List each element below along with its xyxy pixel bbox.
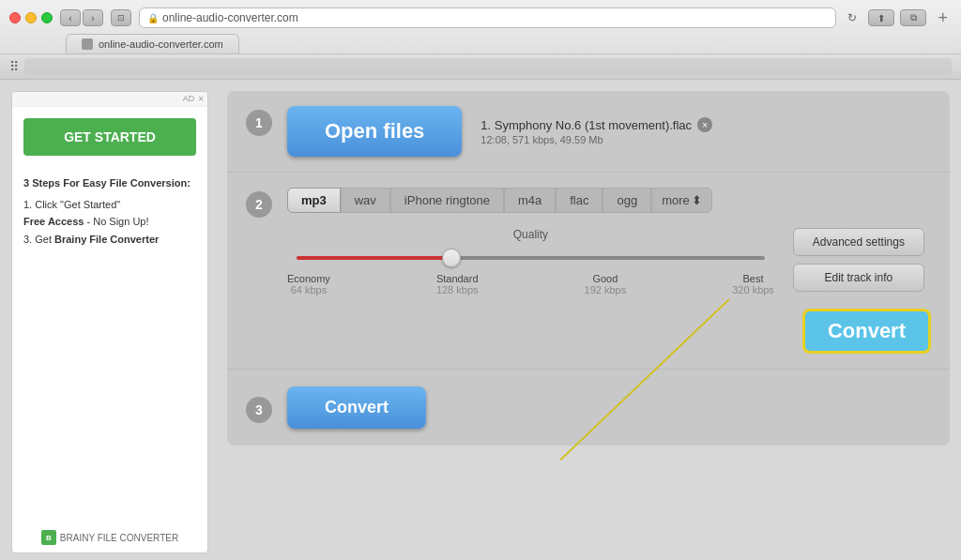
address-bar[interactable]: 🔒 online-audio-converter.com [139,8,836,28]
step-3-section: 3 Convert [227,370,950,446]
quality-slider-thumb[interactable] [442,249,461,267]
toolbar-blurred-nav [24,58,952,75]
grid-icon[interactable]: ⠿ [9,59,19,74]
step-2-content: mp3 wav iPhone ringtone m4a flac ogg mor… [287,188,931,354]
maximize-window-button[interactable] [41,12,53,23]
more-chevron-icon: ⬍ [692,193,702,207]
minimize-window-button[interactable] [25,12,37,23]
step-1-section: 1 Open files 1. Symphony No.6 (1st movem… [227,91,950,173]
file-name-row: 1. Symphony No.6 (1st movement).flac × [480,117,712,132]
tab-title: online-audio-converter.com [99,38,223,50]
file-name: 1. Symphony No.6 (1st movement).flac [480,118,692,132]
ad-steps-title: 3 Steps For Easy File Conversion: [23,174,196,192]
forward-button[interactable]: › [83,9,103,26]
file-info: 1. Symphony No.6 (1st movement).flac × 1… [480,117,712,145]
advanced-settings-button[interactable]: Advanced settings [793,228,924,256]
quality-marker-good: Good 192 kbps [585,273,627,295]
more-label: more [662,193,690,207]
file-meta: 12:08, 571 kbps, 49.59 Mb [480,134,712,145]
advanced-buttons-group: Advanced settings Edit track info [793,228,924,292]
step-3-number: 3 [246,397,272,423]
traffic-lights [9,12,53,23]
convert-main-button[interactable]: Convert [287,386,426,429]
ad-step-1: 1. Click "Get Started" [23,196,196,214]
browser-tab[interactable]: online-audio-converter.com [66,34,239,53]
format-tab-iphone[interactable]: iPhone ringtone [390,188,504,213]
converter-card: 1 Open files 1. Symphony No.6 (1st movem… [227,91,950,446]
format-tab-mp3[interactable]: mp3 [287,188,341,213]
ad-steps: 3 Steps For Easy File Conversion: 1. Cli… [12,167,207,256]
ad-cta-button[interactable]: GET STARTED [23,118,196,156]
quality-section: Quality Economy [287,228,931,354]
converter-main: 1 Open files 1. Symphony No.6 (1st movem… [216,80,961,560]
toolbar-row: ⠿ [0,54,961,80]
back-button[interactable]: ‹ [60,9,81,26]
page-content: AD × GET STARTED 3 Steps For Easy File C… [0,80,961,560]
convert-highlight-button[interactable]: Convert [802,309,931,354]
sidebar-ad: AD × GET STARTED 3 Steps For Easy File C… [11,91,208,553]
ad-step-3: 3. Get Brainy File Converter [23,231,196,249]
quality-marker-economy: Economy 64 kbps [287,273,330,295]
tab-favicon [82,38,93,50]
step-1-content: Open files 1. Symphony No.6 (1st movemen… [287,106,931,157]
url-text: online-audio-converter.com [162,11,298,24]
close-window-button[interactable] [9,12,21,23]
share-button[interactable]: ⬆ [868,9,894,26]
ad-step-2: Free Access - No Sign Up! [23,213,196,231]
quality-slider-area: Quality Economy [287,228,774,295]
quality-marker-best: Best 320 kbps [732,273,774,295]
format-tab-flac[interactable]: flac [556,188,603,213]
format-tab-more[interactable]: more ⬍ [651,188,712,213]
format-tab-m4a[interactable]: m4a [504,188,556,213]
ad-close-button[interactable]: × [198,94,204,104]
format-tab-wav[interactable]: wav [341,188,390,213]
format-tab-ogg[interactable]: ogg [603,188,651,213]
step-1-number: 1 [246,110,272,136]
open-files-button[interactable]: Open files [287,106,462,157]
bookmarks-button[interactable]: ⧉ [900,9,926,26]
edit-track-info-button[interactable]: Edit track info [793,264,924,292]
refresh-button[interactable]: ↻ [844,9,861,26]
quality-markers: Economy 64 kbps Standard 128 kbps Good [287,273,774,295]
format-tabs: mp3 wav iPhone ringtone m4a flac ogg mor… [287,188,931,213]
file-remove-button[interactable]: × [697,117,712,132]
ad-footer-logo: B [41,530,56,545]
slider-track-container[interactable] [297,249,765,267]
convert-highlight-label: Convert [828,319,906,342]
quality-label: Quality [287,228,774,241]
quality-marker-standard: Standard 128 kbps [436,273,479,295]
ad-label: AD [183,94,195,104]
browser-chrome: ‹ › ⊡ 🔒 online-audio-converter.com ↻ ⬆ ⧉… [0,0,961,54]
ad-footer: B BRAINY FILE CONVERTER [12,530,207,545]
step-2-number: 2 [246,191,272,218]
reader-mode-button[interactable]: ⊡ [111,9,131,26]
lock-icon: 🔒 [147,13,159,23]
ad-footer-brand: BRAINY FILE CONVERTER [60,533,178,543]
step-2-section: 2 mp3 wav iPhone ringtone m4a flac ogg m… [227,173,950,370]
new-tab-button[interactable]: + [934,9,952,26]
